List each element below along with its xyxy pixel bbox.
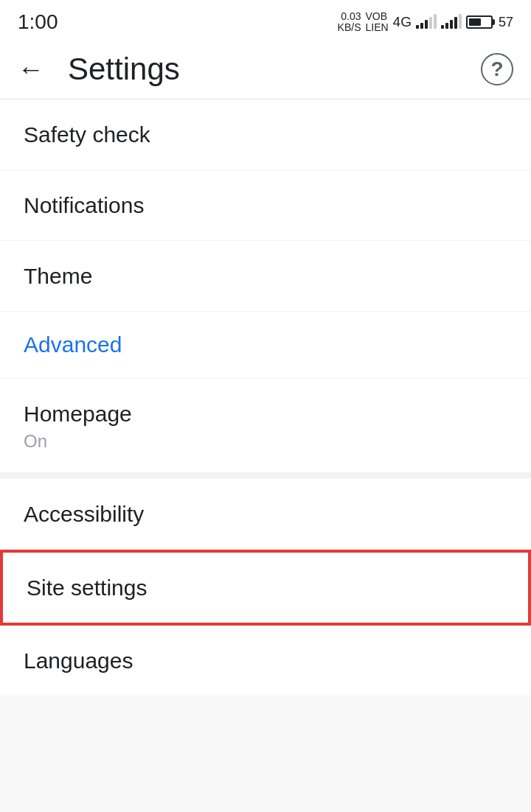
back-button[interactable]: ← xyxy=(18,56,44,83)
battery-percent: 57 xyxy=(499,15,513,30)
header-left: ← Settings xyxy=(18,52,180,87)
settings-item-notifications[interactable]: Notifications xyxy=(0,170,531,241)
status-time: 1:00 xyxy=(18,10,58,34)
status-bar: 1:00 0.03KB/S VOBLIEN 4G 57 xyxy=(0,0,531,40)
settings-item-advanced[interactable]: Advanced xyxy=(0,312,531,379)
header: ← Settings ? xyxy=(0,40,531,99)
safety-check-label: Safety check xyxy=(24,122,150,147)
languages-label: Languages xyxy=(24,648,133,673)
site-settings-label: Site settings xyxy=(27,575,147,600)
advanced-label: Advanced xyxy=(24,332,122,357)
theme-label: Theme xyxy=(24,264,92,288)
settings-item-safety-check[interactable]: Safety check xyxy=(0,99,531,170)
settings-item-theme[interactable]: Theme xyxy=(0,241,531,312)
homepage-subtitle: On xyxy=(24,431,507,452)
network-type-icon: VOBLIEN xyxy=(365,11,388,34)
settings-item-site-settings[interactable]: Site settings xyxy=(0,550,531,626)
status-icons: 0.03KB/S VOBLIEN 4G 57 xyxy=(338,11,513,34)
settings-list: Safety check Notifications Theme Advance… xyxy=(0,99,531,696)
notifications-label: Notifications xyxy=(24,193,144,217)
signal-icon-2 xyxy=(441,15,462,29)
battery-icon xyxy=(466,15,493,29)
4g-icon: 4G xyxy=(393,14,412,30)
homepage-label: Homepage xyxy=(24,402,132,426)
accessibility-label: Accessibility xyxy=(24,502,144,526)
page-title: Settings xyxy=(68,52,180,87)
data-speed-icon: 0.03KB/S xyxy=(338,11,361,34)
settings-item-homepage[interactable]: Homepage On xyxy=(0,379,531,473)
help-button[interactable]: ? xyxy=(481,53,513,85)
settings-item-languages[interactable]: Languages xyxy=(0,626,531,696)
section-divider xyxy=(0,473,531,479)
signal-icon-1 xyxy=(416,15,437,29)
settings-item-accessibility[interactable]: Accessibility xyxy=(0,479,531,550)
